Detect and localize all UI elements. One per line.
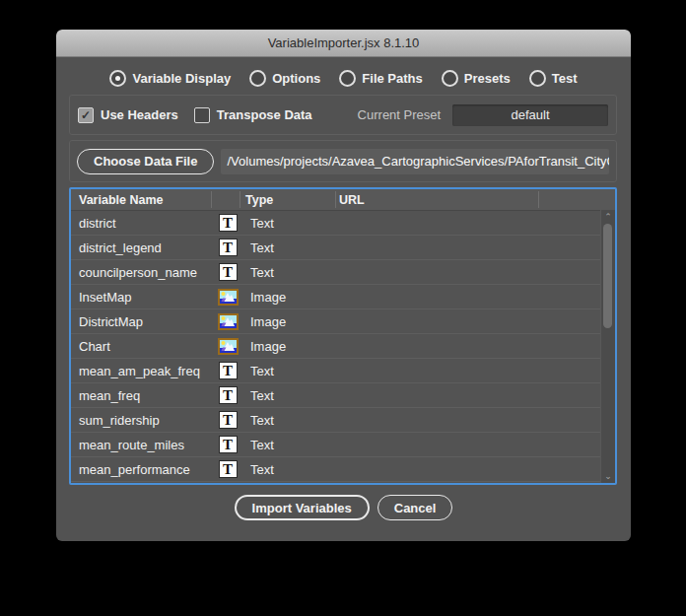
scroll-up-icon[interactable]: ⌃ xyxy=(601,212,615,222)
table-row[interactable]: InsetMap T Image xyxy=(71,285,615,309)
cancel-button[interactable]: Cancel xyxy=(377,495,453,520)
checkbox-checked-icon: ✓ xyxy=(78,107,94,123)
table-row[interactable]: DistrictMap T Image xyxy=(71,309,615,334)
radio-unselected-icon xyxy=(339,70,356,87)
text-variable-icon: T xyxy=(219,239,238,256)
check-icon: ✓ xyxy=(81,109,91,121)
text-variable-icon: T xyxy=(219,436,238,453)
column-divider xyxy=(538,191,539,208)
table-row[interactable]: councilperson_name T Text xyxy=(71,260,615,285)
variables-table: Variable Name Type URL district T Text xyxy=(69,187,617,485)
table-row[interactable]: district T Text xyxy=(71,211,615,236)
dialog-footer: Import Variables Cancel xyxy=(56,495,631,520)
table-row[interactable]: mean_freq T Text xyxy=(71,383,615,408)
dialog-titlebar[interactable]: VariableImporter.jsx 8.1.10 xyxy=(56,30,631,57)
column-divider xyxy=(211,191,212,208)
text-variable-icon: T xyxy=(219,263,238,281)
mode-radio-group: Variable Display Options File Paths Pres… xyxy=(56,67,631,89)
scrollbar-thumb[interactable] xyxy=(603,224,612,328)
table-header: Variable Name Type URL xyxy=(71,189,615,211)
column-header-variable-name[interactable]: Variable Name xyxy=(71,193,211,207)
image-variable-icon xyxy=(218,338,239,355)
text-variable-icon: T xyxy=(219,386,238,404)
image-variable-icon xyxy=(218,289,239,306)
transpose-data-checkbox[interactable]: Transpose Data xyxy=(194,107,312,123)
table-body: district T Text district_legend T Text c… xyxy=(71,211,615,485)
radio-variable-display[interactable]: Variable Display xyxy=(109,70,231,87)
data-file-path-field[interactable]: /Volumes/projects/Azavea_CartographicSer… xyxy=(221,149,609,174)
use-headers-checkbox[interactable]: ✓ Use Headers xyxy=(78,107,178,123)
text-variable-icon: T xyxy=(219,362,238,379)
table-row[interactable]: mean_am_peak_freq T Text xyxy=(71,359,615,383)
radio-unselected-icon xyxy=(442,70,458,87)
text-variable-icon: T xyxy=(219,214,238,232)
radio-test[interactable]: Test xyxy=(529,70,578,87)
radio-selected-icon xyxy=(109,70,126,87)
image-variable-icon xyxy=(218,313,239,330)
dialog-title: VariableImporter.jsx 8.1.10 xyxy=(268,35,420,50)
column-header-url[interactable]: URL xyxy=(335,193,538,207)
radio-options[interactable]: Options xyxy=(249,70,320,87)
table-row-partial[interactable]: T xyxy=(71,482,615,485)
table-row[interactable]: mean_performance T Text xyxy=(71,457,615,482)
table-row[interactable]: district_legend T Text xyxy=(71,236,615,260)
radio-file-paths[interactable]: File Paths xyxy=(339,70,422,87)
checkbox-unchecked-icon xyxy=(194,107,210,123)
table-row[interactable]: mean_route_miles T Text xyxy=(71,433,615,457)
options-panel: ✓ Use Headers Transpose Data Current Pre… xyxy=(69,95,617,135)
column-divider xyxy=(335,191,336,208)
choose-data-file-button[interactable]: Choose Data File xyxy=(77,149,214,174)
vertical-scrollbar[interactable]: ⌃ ⌄ xyxy=(600,210,615,483)
table-row[interactable]: Chart T Image xyxy=(71,334,615,359)
column-header-type[interactable]: Type xyxy=(240,193,335,207)
current-preset-label: Current Preset xyxy=(358,107,442,122)
variable-importer-dialog: VariableImporter.jsx 8.1.10 Variable Dis… xyxy=(56,30,631,541)
radio-unselected-icon xyxy=(249,70,266,87)
text-variable-icon: T xyxy=(219,460,238,478)
text-variable-icon: T xyxy=(219,411,238,429)
import-variables-button[interactable]: Import Variables xyxy=(235,495,370,520)
radio-presets[interactable]: Presets xyxy=(442,70,511,87)
desktop-background: VariableImporter.jsx 8.1.10 Variable Dis… xyxy=(0,0,686,616)
current-preset-value: default xyxy=(452,104,608,126)
table-row[interactable]: sum_ridership T Text xyxy=(71,408,615,433)
scroll-down-icon[interactable]: ⌄ xyxy=(601,471,615,481)
radio-unselected-icon xyxy=(529,70,546,87)
column-divider xyxy=(240,191,240,208)
file-chooser-panel: Choose Data File /Volumes/projects/Azave… xyxy=(69,140,617,182)
